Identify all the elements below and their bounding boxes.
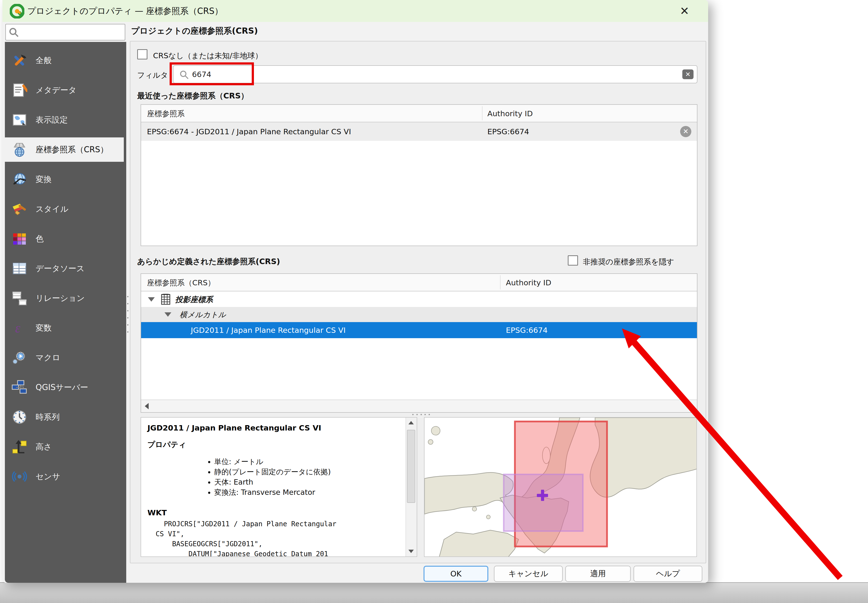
sidebar-item-label: 座標参照系（CRS） — [36, 144, 108, 155]
view-settings-icon — [12, 112, 27, 128]
recent-crs-name: EPSG:6674 - JGD2011 / Japan Plane Rectan… — [147, 122, 351, 141]
sidebar-splitter-handle[interactable] — [127, 296, 128, 332]
col-crs[interactable]: 座標参照系 — [147, 105, 185, 122]
svg-text:ε: ε — [15, 321, 20, 335]
sidebar-item-macros[interactable]: マクロ — [2, 345, 124, 370]
sidebar-item-label: リレーション — [36, 293, 85, 304]
sidebar-item-crs[interactable]: 座標参照系（CRS） — [2, 138, 124, 162]
wkt-line: PROJCRS["JGD2011 / Japan Plane Rectangul… — [147, 519, 336, 529]
properties-list: 単位: メートル 静的(プレート固定のデータに依拠) 天体: Earth 変換法… — [163, 456, 417, 498]
no-crs-checkbox[interactable] — [137, 49, 147, 59]
scroll-left-icon[interactable] — [142, 401, 152, 411]
panel-splitter-handle[interactable] — [412, 414, 430, 415]
wkt-line: CS VI", — [147, 529, 184, 539]
project-properties-dialog: プロジェクトのプロパティ — 座標参照系（CRS） ✕ 全般 — [2, 0, 708, 583]
crs-details-panel: JGD2011 / Japan Plane Rectangular CS VI … — [141, 417, 417, 557]
horizontal-scrollbar[interactable] — [141, 400, 697, 412]
chevron-down-icon[interactable] — [148, 297, 155, 302]
chevron-down-icon[interactable] — [164, 312, 171, 317]
filter-label: フィルタ — [137, 70, 168, 80]
variables-icon: ε — [12, 320, 27, 336]
sidebar-item-variables[interactable]: ε 変数 — [2, 316, 124, 340]
tree-group-projected[interactable]: 投影座標系 — [141, 292, 697, 307]
predefined-table-header[interactable]: 座標参照系（CRS） Authority ID — [141, 274, 697, 291]
sidebar-item-general[interactable]: 全般 — [2, 48, 124, 73]
remove-recent-icon[interactable]: ✕ — [680, 126, 691, 137]
sidebar-item-label: 表示設定 — [36, 114, 68, 125]
sidebar-item-label: 全般 — [36, 55, 52, 66]
sidebar-item-relations[interactable]: リレーション — [2, 286, 124, 311]
sidebar-item-label: 色 — [36, 233, 43, 244]
scroll-down-icon[interactable] — [408, 549, 414, 554]
server-icon — [12, 380, 27, 395]
sidebar-item-sensors[interactable]: センサ — [2, 464, 124, 489]
metadata-icon — [12, 82, 27, 98]
selected-crs-name: JGD2011 / Japan Plane Rectangular CS VI — [191, 322, 345, 338]
sidebar-item-styles[interactable]: スタイル — [2, 197, 124, 221]
sidebar-item-colors[interactable]: 色 — [2, 227, 124, 251]
cancel-button[interactable]: キャンセル — [494, 566, 563, 582]
relations-icon — [12, 291, 27, 306]
sensor-icon — [12, 469, 27, 484]
sidebar-item-label: 時系列 — [36, 412, 60, 423]
dialog-title: プロジェクトのプロパティ — 座標参照系（CRS） — [27, 0, 223, 22]
sidebar-item-temporal[interactable]: 時系列 — [2, 405, 124, 429]
macro-icon — [12, 350, 27, 365]
transform-icon — [12, 172, 27, 187]
details-scrollbar[interactable] — [405, 417, 417, 557]
sidebar-item-elevation[interactable]: 高さ — [2, 434, 124, 459]
no-crs-label: CRSなし（または未知/非地球） — [153, 51, 263, 61]
sidebar-item-label: マクロ — [36, 352, 60, 363]
map-preview — [424, 417, 697, 557]
help-button[interactable]: ヘルプ — [634, 566, 702, 582]
col-authority[interactable]: Authority ID — [487, 105, 533, 122]
scroll-right-icon[interactable] — [686, 401, 696, 411]
hide-deprecated-checkbox[interactable] — [568, 255, 578, 266]
group-label: 投影座標系 — [175, 292, 213, 307]
wkt-line: DATUM["Japanese Geodetic Datum 201 — [147, 549, 328, 557]
temporal-clock-icon — [12, 409, 27, 425]
recent-crs-table: 座標参照系 Authority ID EPSG:6674 - JGD2011 /… — [141, 104, 698, 246]
ok-button[interactable]: OK — [424, 566, 488, 582]
sidebar-item-label: 変換 — [36, 174, 52, 185]
project-extent-rect — [504, 475, 583, 531]
sidebar-item-data-sources[interactable]: データソース — [2, 256, 124, 281]
recent-crs-authority: EPSG:6674 — [487, 122, 529, 141]
table-row[interactable]: EPSG:6674 - JGD2011 / Japan Plane Rectan… — [141, 122, 697, 141]
qgis-logo-icon — [10, 4, 24, 19]
sidebar-item-transformations[interactable]: 変換 — [2, 167, 124, 192]
tree-row-selected-crs[interactable]: JGD2011 / Japan Plane Rectangular CS VI … — [141, 322, 697, 338]
wkt-line: BASEGEOGCRS["JGD2011", — [147, 539, 263, 549]
close-icon[interactable]: ✕ — [676, 2, 693, 20]
sidebar-search-input[interactable] — [5, 24, 125, 40]
hide-deprecated-label: 非推奨の座標参照系を隠す — [583, 257, 674, 267]
col-authority[interactable]: Authority ID — [506, 274, 551, 291]
sidebar-item-qgis-server[interactable]: QGISサーバー — [2, 375, 124, 400]
clear-filter-icon[interactable]: ✕ — [682, 70, 693, 79]
status-bar: 座標 34.152° , 136.325° 縮尺 1:324656 拡大 100… — [0, 582, 868, 603]
style-icon — [12, 201, 27, 217]
property-item: 静的(プレート固定のデータに依拠) — [214, 467, 417, 477]
scroll-up-icon[interactable] — [408, 421, 414, 425]
col-crs[interactable]: 座標参照系（CRS） — [147, 274, 215, 291]
recent-table-header[interactable]: 座標参照系 Authority ID — [141, 105, 697, 122]
property-item: 変換法: Transverse Mercator — [214, 487, 417, 498]
details-title: JGD2011 / Japan Plane Rectangular CS VI — [147, 424, 321, 432]
sidebar-item-label: データソース — [36, 263, 85, 274]
property-item: 単位: メートル — [214, 456, 417, 467]
scrollbar-thumb[interactable] — [407, 430, 415, 503]
projected-grid-icon — [160, 294, 171, 305]
data-source-icon — [12, 261, 27, 276]
sidebar-item-metadata[interactable]: メタデータ — [2, 78, 124, 102]
apply-button[interactable]: 適用 — [565, 566, 631, 582]
sidebar-item-view-settings[interactable]: 表示設定 — [2, 108, 124, 132]
properties-heading: プロパティ — [147, 439, 186, 450]
qgis-screen: 座標 34.152° , 136.325° 縮尺 1:324656 拡大 100… — [0, 0, 868, 603]
subgroup-label: 横メルカトル — [179, 307, 226, 322]
property-item: 天体: Earth — [214, 477, 417, 487]
search-icon — [9, 27, 19, 37]
predefined-section-title: あらかじめ定義された座標参照系(CRS) — [137, 256, 280, 267]
tree-subgroup-tmerc[interactable]: 横メルカトル — [141, 307, 697, 322]
predefined-crs-table: 座標参照系（CRS） Authority ID 投影座標系 横メルカトル — [141, 274, 698, 413]
dialog-titlebar[interactable]: プロジェクトのプロパティ — 座標参照系（CRS） ✕ — [2, 0, 708, 22]
